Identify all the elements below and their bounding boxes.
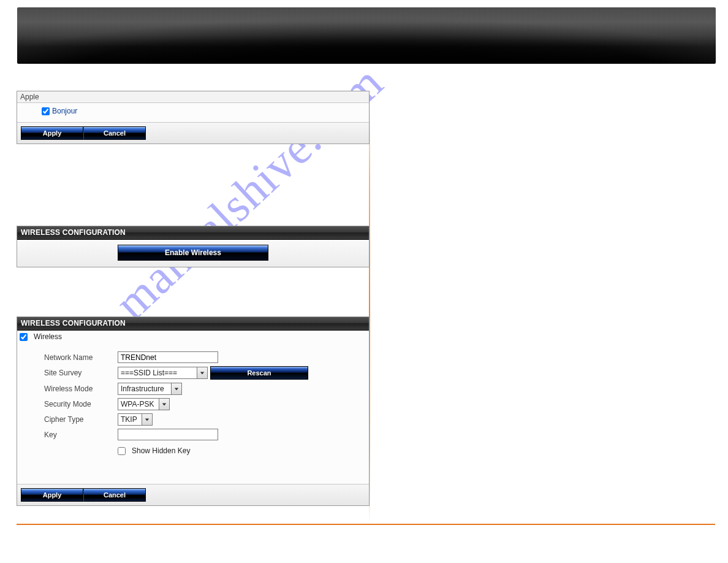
key-input[interactable]: [118, 429, 218, 440]
enable-wireless-button[interactable]: Enable Wireless: [118, 245, 268, 261]
label-cipher-type: Cipher Type: [22, 415, 118, 424]
svg-marker-3: [145, 418, 149, 421]
label-key: Key: [22, 431, 118, 439]
svg-marker-0: [200, 372, 204, 374]
chevron-down-icon: [171, 383, 181, 394]
apply-button[interactable]: Apply: [21, 126, 83, 140]
wireless-checkbox[interactable]: [20, 333, 28, 341]
chevron-down-icon: [159, 399, 169, 410]
wireless-config-panel: WIRELESS CONFIGURATION Wireless Network …: [17, 316, 370, 506]
ssid-list-select[interactable]: ===SSID List===: [118, 367, 208, 379]
ssid-list-selected: ===SSID List===: [118, 369, 197, 377]
label-site-survey: Site Survey: [22, 369, 118, 377]
cipher-type-selected: TKIP: [118, 415, 142, 424]
chevron-down-icon: [142, 414, 152, 425]
bonjour-checkbox-row: Bonjour: [42, 107, 77, 115]
wireless-checkbox-label: Wireless: [34, 332, 62, 341]
wireless-toggle-header: WIRELESS CONFIGURATION: [17, 226, 369, 240]
row-wireless-mode: Wireless Mode Infrastructure: [22, 383, 364, 395]
row-security-mode: Security Mode WPA-PSK: [22, 398, 364, 410]
wireless-toggle-body: Enable Wireless: [17, 240, 369, 267]
cancel-button[interactable]: Cancel: [83, 126, 146, 140]
bonjour-checkbox-label: Bonjour: [52, 107, 77, 115]
apple-button-bar: Apply Cancel: [17, 122, 369, 144]
show-hidden-key-checkbox[interactable]: [118, 447, 126, 455]
cancel-button[interactable]: Cancel: [83, 488, 146, 502]
show-hidden-key-label: Show Hidden Key: [132, 446, 190, 455]
wireless-toggle-panel: WIRELESS CONFIGURATION Enable Wireless: [17, 226, 370, 267]
row-show-hidden-key: Show Hidden Key: [22, 446, 364, 457]
bonjour-checkbox[interactable]: [42, 107, 50, 115]
label-network-name: Network Name: [22, 353, 118, 362]
wireless-mode-selected: Infrastructure: [118, 385, 171, 393]
network-name-input[interactable]: [118, 351, 218, 363]
apple-panel-title: Apple: [17, 91, 369, 103]
footer-rule: [17, 524, 715, 525]
apple-panel: Apple Bonjour Apply Cancel: [17, 91, 370, 144]
apply-button[interactable]: Apply: [21, 488, 83, 502]
chevron-down-icon: [197, 367, 207, 378]
row-network-name: Network Name: [22, 351, 364, 363]
wireless-button-bar: Apply Cancel: [17, 484, 369, 505]
top-banner: [17, 7, 716, 64]
label-wireless-mode: Wireless Mode: [22, 385, 118, 393]
wireless-mode-select[interactable]: Infrastructure: [118, 383, 182, 395]
wireless-config-header: WIRELESS CONFIGURATION: [17, 317, 369, 331]
row-key: Key: [22, 429, 364, 440]
row-site-survey: Site Survey ===SSID List=== Rescan: [22, 366, 364, 380]
svg-marker-2: [162, 403, 166, 405]
security-mode-selected: WPA-PSK: [118, 400, 159, 408]
rescan-button[interactable]: Rescan: [210, 366, 308, 380]
svg-marker-1: [175, 388, 178, 390]
row-cipher-type: Cipher Type TKIP: [22, 413, 364, 426]
label-security-mode: Security Mode: [22, 400, 118, 408]
security-mode-select[interactable]: WPA-PSK: [118, 398, 170, 410]
cipher-type-select[interactable]: TKIP: [118, 413, 153, 426]
wireless-form: Network Name Site Survey ===SSID List===…: [17, 345, 369, 465]
wireless-checkbox-row: Wireless: [17, 331, 369, 345]
